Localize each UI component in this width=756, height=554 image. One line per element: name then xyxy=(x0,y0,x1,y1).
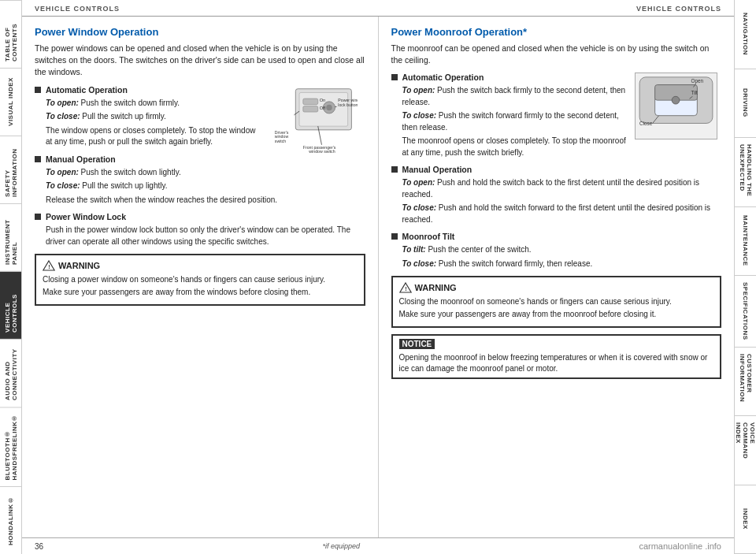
sidebar-item-toc[interactable]: TABLE OF CONTENTS xyxy=(0,0,21,68)
moonroof-manual-header: Manual Operation xyxy=(391,165,722,174)
main-content: VEHICLE CONTROLS VEHICLE CONTROLS Power … xyxy=(22,0,734,554)
moonroof-intro: The moonroof can be opened and closed wh… xyxy=(391,43,722,66)
power-window-title: Power Window Operation xyxy=(35,26,365,38)
header-right-title: VEHICLE CONTROLS xyxy=(636,5,721,13)
svg-text:Off: Off xyxy=(319,106,325,110)
sidebar-item-visual-index[interactable]: VISUAL INDEX xyxy=(0,68,21,136)
manual-op-title: Manual Operation xyxy=(46,154,116,164)
power-window-intro: The power windows can be opened and clos… xyxy=(35,43,365,79)
power-window-diagram: On Off Power window lock button Driver's… xyxy=(271,85,365,158)
svg-text:On: On xyxy=(319,97,325,102)
page-header: VEHICLE CONTROLS VEHICLE CONTROLS xyxy=(22,0,734,17)
moonroof-tilt-tilt: To tilt: Push the center of the switch. xyxy=(391,244,722,256)
sidebar-item-customer-info[interactable]: CUSTOMER INFORMATION xyxy=(735,348,756,417)
svg-rect-2 xyxy=(302,99,317,105)
sidebar-item-safety[interactable]: SAFETY INFORMATION xyxy=(0,136,21,203)
watermark: carmanualonline .info xyxy=(639,541,721,551)
left-sidebar: TABLE OF CONTENTS VISUAL INDEX SAFETY IN… xyxy=(0,0,22,554)
manual-op-note: Release the switch when the window reach… xyxy=(35,195,365,206)
content-columns: Power Window Operation The power windows… xyxy=(22,17,734,537)
moonroof-manual-open: To open: Push and hold the switch back t… xyxy=(391,177,722,200)
pw-lock-header: Power Window Lock xyxy=(35,212,365,221)
sidebar-item-bluetooth[interactable]: BLUETOOTH® HANDSFREELINK® xyxy=(0,407,21,486)
sidebar-item-driving[interactable]: DRIVING xyxy=(735,69,756,139)
sidebar-item-handling[interactable]: HANDLING THE UNEXPECTED xyxy=(735,138,756,207)
svg-text:window switch: window switch xyxy=(309,149,335,154)
moonroof-manual-marker xyxy=(391,166,398,173)
svg-text:Tilt: Tilt xyxy=(691,91,698,96)
manual-op-open: To open: Push the switch down lightly. xyxy=(35,167,365,179)
footnote: *if equipped xyxy=(323,542,361,550)
auto-op-marker xyxy=(35,87,41,93)
window-warning-line2: Make sure your passengers are away from … xyxy=(43,287,358,298)
warning-triangle-icon: ! xyxy=(43,260,55,271)
window-warning-box: ! WARNING Closing a power window on some… xyxy=(35,254,365,306)
moonroof-manual-close: To close: Push and hold the switch forwa… xyxy=(391,203,722,225)
pw-lock-text: Push in the power window lock button so … xyxy=(35,225,365,247)
moonroof-tilt-marker xyxy=(391,233,398,240)
moonroof-notice-header: NOTICE xyxy=(399,339,435,349)
sidebar-item-voice-command[interactable]: VOICE COMMAND INDEX xyxy=(735,416,756,485)
moonroof-warning-header: ! WARNING xyxy=(399,282,714,293)
power-window-diagram-svg: On Off Power window lock button Driver's… xyxy=(271,85,358,156)
moonroof-tilt-title: Moonroof Tilt xyxy=(402,232,455,241)
manual-op-close: To close: Pull the switch up lightly. xyxy=(35,180,365,192)
moonroof-warning-title: WARNING xyxy=(415,283,457,292)
svg-point-29 xyxy=(672,97,680,105)
moonroof-tilt-close: To close: Push the switch forward firmly… xyxy=(391,258,722,270)
window-warning-line1: Closing a power window on someone's hand… xyxy=(43,274,358,285)
moonroof-notice-box: NOTICE Opening the moonroof in below fre… xyxy=(391,334,722,379)
manual-op-header: Manual Operation xyxy=(35,154,263,164)
moonroof-auto-header: Automatic Operation xyxy=(391,73,628,82)
svg-point-5 xyxy=(326,104,332,110)
sidebar-item-hondalink[interactable]: HONDALINK® xyxy=(0,486,21,554)
svg-text:lock button: lock button xyxy=(338,102,358,106)
moonroof-auto-title: Automatic Operation xyxy=(402,73,484,82)
svg-text:Open: Open xyxy=(691,78,704,84)
pw-lock-title: Power Window Lock xyxy=(46,212,126,221)
moonroof-tilt-header: Moonroof Tilt xyxy=(391,232,722,241)
window-warning-title: WARNING xyxy=(58,261,100,270)
moonroof-diagram: Open Tilt Close xyxy=(635,73,721,141)
svg-text:!: ! xyxy=(405,286,406,293)
svg-text:switch: switch xyxy=(274,139,286,143)
sidebar-item-specifications[interactable]: SPECIFICATIONS xyxy=(735,276,756,348)
svg-text:!: ! xyxy=(48,264,50,271)
sidebar-item-index[interactable]: INDEX xyxy=(735,485,756,554)
sidebar-item-maintenance[interactable]: MAINTENANCE xyxy=(735,207,756,277)
page-footer: 36 *if equipped carmanualonline .info xyxy=(22,537,734,554)
moonroof-warning-box: ! WARNING Closing the moonroof on someon… xyxy=(391,276,722,328)
auto-op-title: Automatic Operation xyxy=(46,85,128,95)
moonroof-auto-marker xyxy=(391,74,398,80)
manual-op-marker xyxy=(35,156,41,162)
sidebar-item-vehicle-controls[interactable]: VEHICLE CONTROLS xyxy=(0,271,21,339)
right-column: Power Moonroof Operation* The moonroof c… xyxy=(379,17,735,537)
svg-rect-3 xyxy=(302,106,317,112)
svg-text:Close: Close xyxy=(639,121,653,127)
moonroof-title: Power Moonroof Operation* xyxy=(391,26,722,38)
moonroof-manual-title: Manual Operation xyxy=(402,165,472,174)
moonroof-notice-text: Opening the moonroof in below freezing t… xyxy=(399,352,714,374)
page-number: 36 xyxy=(35,542,43,551)
pw-lock-marker xyxy=(35,214,41,220)
header-left-title: VEHICLE CONTROLS xyxy=(35,5,120,13)
left-column: Power Window Operation The power windows… xyxy=(22,17,379,537)
right-sidebar: NAVIGATION DRIVING HANDLING THE UNEXPECT… xyxy=(734,0,756,554)
sidebar-item-audio[interactable]: AUDIO AND CONNECTIVITY xyxy=(0,339,21,407)
sidebar-item-navigation[interactable]: NAVIGATION xyxy=(735,0,756,69)
auto-op-header: Automatic Operation xyxy=(35,85,263,95)
sidebar-item-instrument-panel[interactable]: INSTRUMENT PANEL xyxy=(0,203,21,271)
moonroof-diagram-svg: Open Tilt Close xyxy=(635,73,717,139)
moonroof-warning-triangle-icon: ! xyxy=(399,282,412,293)
moonroof-warning-line2: Make sure your passengers are away from … xyxy=(399,309,714,320)
moonroof-warning-line1: Closing the moonroof on someone's hands … xyxy=(399,296,714,307)
window-warning-header: ! WARNING xyxy=(43,260,358,271)
